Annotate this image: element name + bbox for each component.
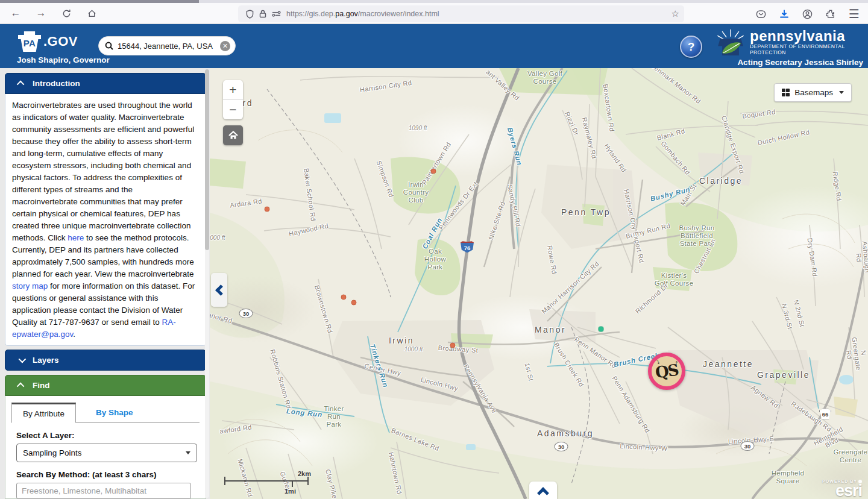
url-text: https://gis.dep.pa.gov/macroviewer/index… [286,10,439,18]
map-label-road: Blank Rd [656,127,685,142]
introduction-title: Introduction [33,79,80,88]
select-layer-label: Select A Layer: [16,431,200,440]
map-label-road: Robbins Station Rd [269,348,293,409]
map-label-road: Dry Dam Rd [807,237,819,277]
map-label-area: Tinker Run Park [324,405,344,428]
secretary-label: Acting Secretary Jessica Shirley [737,58,863,67]
map-label-town: Jeannette [703,359,753,369]
search-result-marker[interactable]: ⤵ ⤴ QS [648,353,685,390]
map-label-road: Clay Pike [324,468,339,499]
method-search-input[interactable] [16,483,191,499]
find-panel-header[interactable]: Find [5,375,206,396]
route-shield-30: 30 [741,441,755,451]
map-label-road: Penn Manor Rd [573,335,618,369]
back-icon[interactable]: ← [6,5,25,22]
home-extent-button[interactable] [223,125,243,145]
downloads-icon[interactable] [779,9,789,19]
basemaps-dropdown[interactable]: Basemaps [774,83,852,102]
map-label-area: Oak Hollow Park [424,248,446,271]
method-protocols-link[interactable]: here [68,233,84,242]
map-label-area: Hempfield Square [772,469,804,485]
map-label-area: Kistler's Golf Course [655,272,694,287]
map-label-town: Grapeville [757,370,810,380]
story-map-link[interactable]: story map [12,281,48,290]
lock-icon[interactable] [256,7,269,20]
map-label-area: Greengate Centre [833,448,867,464]
map-label-road: Haywood Rd [288,222,329,237]
zoom-out-button[interactable]: − [223,100,243,119]
pa-gov-keystone-logo: PA [18,31,41,52]
scale-bar: 2km 1mi [224,471,315,495]
sidebar-scrollbar[interactable] [205,69,209,498]
map-label-road: Ardara Rd [230,197,263,209]
agency-name-block: pennsylvania DEPARTMENT OF ENVIRONMENTAL… [750,29,845,55]
map-label-road: Ashbaugh Rd [854,241,868,274]
collapse-sidebar-button[interactable] [211,273,227,307]
reload-icon[interactable] [57,5,76,22]
map-label-water: Long Run [286,407,323,418]
menu-icon[interactable]: ☰ [849,7,860,21]
pa-gov-logo-text: .GOV [43,34,78,49]
forward-icon[interactable]: → [31,5,51,22]
map-label-road: Penn Adamsburg Rd [611,375,652,434]
sampling-point-dot[interactable] [351,300,357,306]
tab-by-shape[interactable]: By Shape [85,403,144,422]
map-label-water: Tinkers Run [369,343,390,388]
help-button[interactable]: ? [680,36,702,58]
map-label-water: Byers Run [506,127,523,166]
sampling-point-dot[interactable] [431,169,436,174]
route-shield-30: 30 [555,442,568,451]
route-shield-76: 76 [461,240,474,253]
dep-logo [715,28,746,60]
map-viewport[interactable]: fordPenn TwpClaridgeManorIrwinJeannetteG… [210,68,868,499]
account-icon[interactable] [802,9,813,19]
bookmark-star-icon[interactable]: ☆ [671,8,679,19]
map-label-road: Center Hwy [364,362,402,377]
route-shield-30: 30 [239,309,253,318]
chevron-down-icon [19,356,27,363]
map-label-road: Boxcartown Rd [602,84,616,133]
sampling-point-dot[interactable] [341,295,347,300]
extensions-icon[interactable] [826,9,835,19]
agency-dept-line2: PROTECTION [750,49,845,55]
scrollbar-thumb[interactable] [205,69,209,250]
help-question-glyph: ? [688,40,695,54]
site-header: PA .GOV Josh Shapiro, Governor 15644, Je… [0,24,868,68]
search-value[interactable]: 15644, Jeannette, PA, USA [118,42,220,51]
layers-panel-header[interactable]: Layers [5,350,206,371]
map-label-road: Lincoln-Hwy-W [620,442,668,452]
expand-bottom-panel-button[interactable] [529,482,557,499]
sampling-point-dot[interactable] [450,343,456,348]
clear-search-icon[interactable]: ✕ [220,41,230,51]
governor-label: Josh Shapiro, Governor [17,55,110,64]
home-icon[interactable] [82,5,101,22]
sampling-point-dot[interactable] [599,327,604,332]
shield-icon[interactable] [243,7,256,20]
map-label-road: Manor Harrison City Rd [540,260,600,315]
map-label-road: Main St [679,183,697,207]
zoom-in-button[interactable]: + [223,80,243,99]
search-method-label: Search By Method: (at least 3 chars) [16,470,200,479]
map-label-road: Hyland Rd [603,142,627,174]
permissions-icon[interactable] [269,7,283,20]
pocket-icon[interactable] [756,9,766,19]
esri-attribution: POWERED BY esri [822,479,862,498]
map-label-road: Bushy Run Rd [625,222,671,240]
chevron-down-icon [839,91,844,94]
route-shield-66: 66 [819,409,831,420]
esri-logo: esri [822,483,862,498]
map-label-road: anor Rd [210,311,233,324]
location-search-box[interactable]: 15644, Jeannette, PA, USA ✕ [98,36,236,55]
url-bar[interactable]: https://gis.dep.pa.gov/macroviewer/index… [238,5,684,22]
map-label-road: Richmond Dr [634,282,669,315]
map-label-water: Coal Run [421,216,443,250]
layer-select-dropdown[interactable]: Sampling Points [16,444,197,462]
basemap-grid-icon [782,89,790,97]
basemaps-label: Basemaps [794,88,833,97]
tab-by-attribute[interactable]: By Attribute [11,403,76,423]
sampling-point-dot[interactable] [265,207,270,212]
map-label-road: Dutch Hollow Rd [757,128,810,146]
introduction-panel-header[interactable]: Introduction [5,73,206,94]
find-tabs: By Attribute By Shape [11,403,200,423]
map-label-town: Claridge [699,176,743,186]
